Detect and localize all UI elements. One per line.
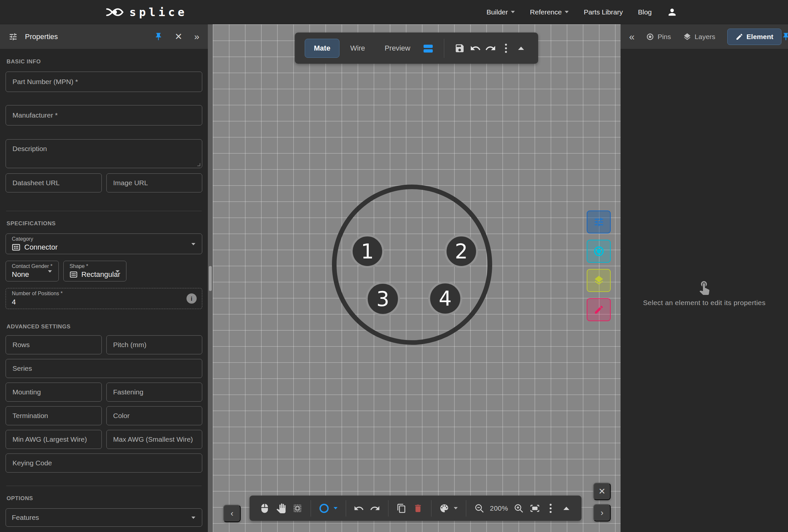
connector-pin-4[interactable]: 4 [429,282,461,315]
user-avatar-icon[interactable] [667,7,677,17]
expand-right-panel-button[interactable]: › [593,504,611,521]
termination-field [5,406,102,425]
tab-layers[interactable]: Layers [683,33,715,41]
positions-value[interactable]: 4 [12,298,196,307]
connector-drawing[interactable]: 1 2 3 4 [314,166,511,363]
rows-input[interactable] [6,336,101,354]
pitch-input[interactable] [107,336,202,354]
datasheet-url-input[interactable] [6,174,101,192]
termination-input[interactable] [6,407,101,425]
scrollbar-thumb[interactable] [209,266,212,291]
image-url-input[interactable] [107,174,202,192]
redo-icon[interactable] [368,501,382,516]
tab-element[interactable]: Element [727,28,782,45]
zoom-in-icon[interactable] [512,501,526,516]
expand-left-panel-button[interactable]: ‹ [223,505,241,522]
chevron-down-icon [511,11,515,13]
duplicate-icon[interactable] [394,501,409,516]
nav-reference[interactable]: Reference [530,8,569,16]
fastening-input[interactable] [107,383,202,401]
collapse-panel-icon[interactable]: » [194,32,199,41]
color-input[interactable] [107,407,202,425]
more-options-icon[interactable] [544,501,558,516]
contact-gender-select[interactable]: Contact Gender * None [5,261,59,281]
category-select[interactable]: Category Connector [5,234,202,254]
shape-dropdown-icon[interactable] [331,501,340,516]
undo-icon[interactable] [468,41,482,56]
tab-preview[interactable]: Preview [376,39,419,57]
min-awg-field [5,430,102,449]
info-icon[interactable]: i [186,294,197,304]
tune-icon [593,216,605,228]
advanced-heading: ADVANCED SETTINGS [6,323,201,330]
layout-rows-icon[interactable] [421,41,435,56]
edit-quick-button[interactable] [587,298,611,321]
description-input[interactable] [6,140,202,168]
tab-mate[interactable]: Mate [305,39,339,58]
marquee-select-icon[interactable] [290,501,305,516]
top-navbar: splice Builder Reference Parts Library B… [0,0,788,24]
canvas-toolbar: 200% [250,495,582,521]
inspector-body: Select an element to edit its properties [620,49,788,532]
tab-pins[interactable]: Pins [646,33,671,41]
series-input[interactable] [6,359,202,378]
editor-canvas[interactable]: 1 2 3 4 M [213,24,620,532]
pin-panel-icon[interactable] [782,32,788,41]
collapse-toolbar-icon[interactable] [514,41,528,56]
properties-quick-button[interactable] [587,211,611,234]
mouse-tool-icon[interactable] [257,501,272,516]
pan-hand-icon[interactable] [274,501,288,516]
tab-wire[interactable]: Wire [341,39,374,57]
palette-icon[interactable] [437,501,451,516]
min-awg-input[interactable] [6,430,101,449]
shape-label: Shape * [70,263,120,269]
connector-pin-1[interactable]: 1 [352,235,383,267]
connector-grid-icon [12,243,20,252]
panel-scrollbar[interactable] [208,24,213,532]
connector-pin-3[interactable]: 3 [367,283,399,315]
close-canvas-button[interactable]: ✕ [593,483,611,500]
close-panel-icon[interactable]: ✕ [175,32,182,41]
fastening-field [106,382,202,401]
ellipse-tool-icon[interactable] [317,501,331,516]
shape-select[interactable]: Shape * Rectangular [63,261,127,281]
palette-dropdown-icon[interactable] [451,501,460,516]
more-options-icon[interactable] [499,41,513,56]
nav-builder[interactable]: Builder [487,8,515,16]
nav-parts-library[interactable]: Parts Library [584,8,623,16]
max-awg-input[interactable] [107,430,202,449]
nav-reference-label: Reference [530,8,562,16]
features-select[interactable]: Features [5,508,202,527]
layers-quick-button[interactable] [587,269,611,292]
redo-icon[interactable] [483,41,498,56]
pin-panel-icon[interactable] [154,32,163,41]
save-icon[interactable] [452,41,467,56]
chevron-down-icon [192,516,195,519]
splice-logo[interactable]: splice [106,5,188,19]
tab-pins-label: Pins [658,33,671,41]
toolbar-divider [466,500,466,516]
keying-code-field [5,454,202,473]
zoom-out-icon[interactable] [472,501,487,516]
connector-pin-2[interactable]: 2 [446,235,477,267]
nav-blog[interactable]: Blog [638,8,652,16]
mounting-input[interactable] [6,383,101,401]
fit-to-screen-icon[interactable] [528,501,542,516]
manufacturer-input[interactable] [6,105,202,125]
pin-2-label: 2 [455,239,468,263]
category-value: Connector [24,243,58,252]
features-label: Features [12,514,39,521]
zoom-level[interactable]: 200% [487,505,512,512]
undo-icon[interactable] [352,501,366,516]
inspector-header: « Pins Layers Element [620,24,788,49]
positions-field: Number of Positions * 4 i [5,288,202,309]
collapse-toolbar-icon[interactable] [559,501,574,516]
pins-quick-button[interactable] [587,240,611,263]
part-number-input[interactable] [6,72,202,92]
collapse-right-panel-icon[interactable]: « [629,31,635,42]
inspector-panel: « Pins Layers Element [620,24,788,532]
properties-panel-header: Properties ✕ » [0,24,208,49]
keying-code-input[interactable] [6,454,202,472]
splice-logo-icon [106,6,124,18]
delete-trash-icon[interactable] [411,501,425,516]
